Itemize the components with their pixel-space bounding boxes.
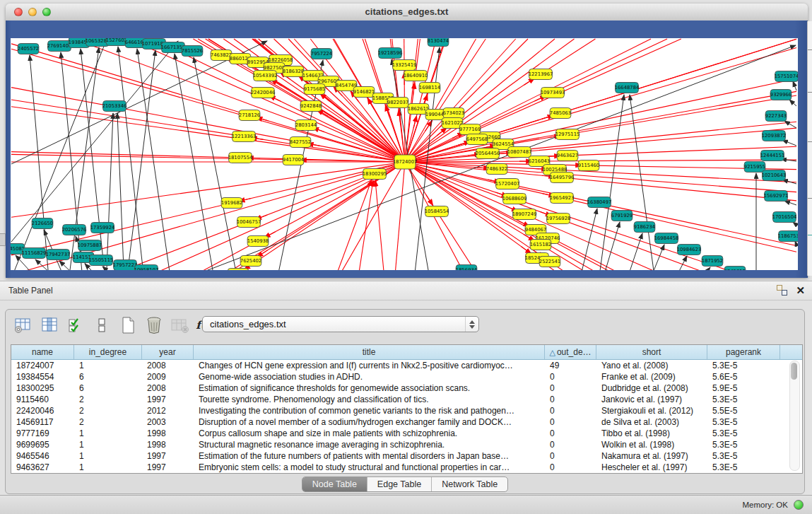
delete-column-button[interactable] — [143, 315, 165, 335]
table-row[interactable]: 969969511998Structural magnetic resonanc… — [11, 439, 802, 450]
network-node[interactable]: 9215955 — [744, 162, 765, 173]
network-node[interactable]: 10584554 — [425, 206, 449, 217]
network-node[interactable]: 7625402 — [240, 256, 261, 267]
close-panel-icon[interactable]: ✕ — [796, 285, 805, 296]
table-row[interactable]: 946362711997Embryonic stem cells: a mode… — [11, 462, 802, 473]
network-node[interactable]: 9417004 — [283, 155, 304, 165]
network-node[interactable]: 10046757 — [237, 217, 261, 228]
float-panel-icon[interactable] — [777, 285, 787, 296]
network-node[interactable]: 1527602 — [106, 38, 127, 46]
table-row[interactable]: 946554611997Estimation of the future num… — [11, 450, 802, 462]
table-row[interactable]: 1830029562008Estimation of significance … — [11, 382, 802, 394]
network-node[interactable]: 22420046 — [251, 88, 276, 98]
table-vertical-scrollbar[interactable] — [789, 361, 800, 471]
network-node[interactable]: 1919682 — [221, 198, 242, 209]
network-node[interactable]: 12213363 — [232, 132, 257, 142]
network-node[interactable]: 6497568 — [466, 134, 488, 145]
scrollbar-thumb[interactable] — [791, 363, 797, 380]
window-titlebar[interactable]: citations_edges.txt — [6, 4, 808, 21]
network-canvas-area[interactable]: 2405572276914061938455106532871527602646… — [11, 38, 798, 270]
network-node[interactable]: 15692971 — [764, 191, 789, 201]
table-row[interactable]: 977716911998Corpus callosum shape and si… — [11, 428, 802, 439]
network-node[interactable]: 9227343 — [765, 111, 787, 122]
column-header-name[interactable]: name — [11, 345, 74, 359]
network-hub-node[interactable]: 18724007 — [393, 155, 418, 169]
network-node[interactable]: 18640910 — [404, 71, 428, 81]
network-node[interactable]: 12444151 — [760, 151, 785, 161]
network-node[interactable]: 10984623 — [677, 245, 702, 255]
create-column-button[interactable] — [117, 315, 139, 335]
network-node[interactable]: 9146821 — [353, 87, 375, 98]
network-node[interactable]: 9242848 — [300, 101, 322, 112]
table-row[interactable]: 2242004622012Investigating the contribut… — [11, 405, 802, 416]
network-node[interactable]: 9186234 — [634, 222, 655, 233]
table-row[interactable]: 911546021997Tourette syndrome. Phenomeno… — [11, 394, 802, 405]
network-node[interactable]: 10543392 — [253, 71, 278, 81]
select-visible-columns-button[interactable] — [65, 315, 86, 335]
table-panel-titlebar[interactable]: Table Panel ✕ — [0, 281, 812, 300]
column-header-title[interactable]: title — [194, 345, 545, 359]
network-node[interactable]: 1856934 — [456, 265, 477, 271]
network-node[interactable]: 9463627 — [557, 151, 578, 161]
network-node[interactable]: 10807487 — [507, 147, 532, 158]
network-node[interactable]: 13325419 — [392, 60, 417, 71]
network-node[interactable]: 1540938 — [247, 236, 269, 247]
table-row[interactable]: 1872400712008Changes of HCN gene express… — [11, 360, 802, 371]
network-node[interactable]: 2522541 — [539, 257, 560, 267]
network-node[interactable]: 19756928 — [546, 214, 571, 224]
network-node[interactable]: 7486322 — [486, 164, 507, 175]
network-node[interactable]: 2803144 — [295, 120, 317, 131]
network-node[interactable]: 16984458 — [654, 233, 679, 244]
row-height-button[interactable] — [91, 315, 112, 335]
network-node[interactable]: 15505115 — [89, 255, 114, 266]
panel-handle[interactable] — [0, 233, 6, 246]
network-node[interactable]: 18907249 — [512, 209, 537, 220]
network-node[interactable]: 1698114 — [419, 83, 440, 93]
network-node[interactable]: 21053346 — [102, 101, 127, 112]
network-node[interactable]: 8130474 — [428, 38, 449, 47]
network-node[interactable]: 18300295 — [363, 169, 387, 180]
delete-table-button[interactable] — [170, 315, 191, 335]
network-node[interactable]: 9329966 — [770, 90, 792, 100]
show-columns-button[interactable] — [39, 315, 60, 335]
network-graph[interactable]: 2405572276914061938455106532871527602646… — [11, 38, 798, 270]
network-node[interactable]: 1871952 — [702, 256, 723, 267]
network-node[interactable]: 9245012 — [724, 267, 746, 271]
network-node[interactable]: 9777169 — [459, 124, 481, 135]
network-node[interactable]: 9115460 — [578, 160, 599, 171]
column-header-short[interactable]: short — [596, 345, 707, 359]
network-node[interactable]: 16648784 — [615, 83, 640, 93]
column-header-in-degree[interactable]: in_degree — [74, 345, 142, 359]
network-node[interactable]: 10973493 — [541, 88, 565, 98]
network-node[interactable]: 20564456 — [476, 148, 500, 159]
network-node[interactable]: 19654923 — [550, 193, 575, 204]
table-row[interactable]: 1938455462009Genome-wide association stu… — [11, 371, 802, 382]
network-node[interactable]: 8186328 — [283, 66, 304, 77]
network-node[interactable]: 10210643 — [762, 170, 787, 181]
network-node[interactable]: 19218596 — [378, 48, 403, 59]
memory-ok-icon[interactable] — [794, 500, 804, 510]
network-node[interactable]: 2718126 — [239, 110, 260, 121]
network-node[interactable]: 17016504 — [772, 212, 797, 223]
column-header-pagerank[interactable]: pagerank — [707, 345, 780, 359]
network-node[interactable]: 15720407 — [495, 179, 520, 189]
network-node[interactable]: 16380497 — [587, 197, 612, 208]
network-node[interactable]: 11867534 — [778, 231, 798, 242]
network-node[interactable]: 7957224 — [311, 49, 332, 59]
network-node[interactable]: 7815526 — [182, 46, 203, 57]
network-node[interactable]: 10688609 — [502, 194, 527, 204]
network-node[interactable]: 18107554 — [228, 153, 253, 163]
network-node[interactable]: 12213967 — [529, 69, 553, 80]
network-node[interactable]: 12975115 — [555, 129, 580, 140]
network-node[interactable]: 12093872 — [762, 131, 787, 141]
network-node[interactable]: 20206576 — [62, 225, 87, 235]
table-row[interactable]: 1456911722003Disruption of a novel membe… — [11, 416, 802, 428]
network-node[interactable]: 6791929 — [611, 211, 632, 221]
tab-edge-table[interactable]: Edge Table — [367, 477, 432, 491]
network-node[interactable]: 9457791 — [228, 269, 249, 271]
network-node[interactable]: 2126650 — [32, 218, 53, 229]
network-table-selector[interactable]: citations_edges.txt — [202, 316, 479, 332]
network-node[interactable]: 8427552 — [290, 137, 311, 148]
network-node[interactable]: 17359924 — [90, 223, 115, 233]
network-node[interactable]: 2405572 — [18, 44, 39, 54]
